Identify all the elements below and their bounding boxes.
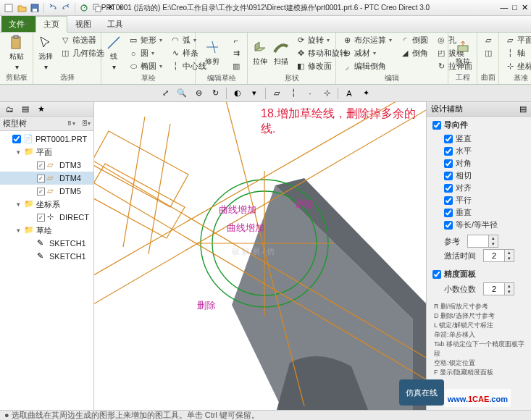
ellipse-button[interactable]: ⬭椭圆▾ [125, 60, 165, 72]
tree-checkbox[interactable]: ✓ [37, 175, 45, 182]
menu-bar: 文件 ▾ 主页 视图 工具 [0, 16, 531, 33]
geomfilter-button[interactable]: ◫几何筛选 [57, 47, 107, 59]
annotations-icon[interactable]: A [342, 86, 356, 101]
snap-vertical-checkbox[interactable] [444, 135, 453, 143]
select-button[interactable]: 选择▾ [36, 34, 55, 72]
spin-down-icon[interactable]: ▾ [489, 241, 498, 247]
tree-settings-icon[interactable]: 🎚▾ [67, 120, 75, 127]
decimals-spinner[interactable] [484, 285, 504, 293]
snap-tangent-checkbox[interactable] [444, 172, 453, 180]
refit-icon[interactable]: ⤢ [158, 86, 172, 101]
tree-show-icon[interactable]: 🗄▾ [82, 120, 91, 127]
datum-csys-icon[interactable]: ⊹ [319, 86, 334, 101]
csys-button[interactable]: ⊹坐标系 [502, 60, 531, 72]
tree-collapse-icon[interactable]: ▾ [14, 201, 22, 208]
maximize-icon[interactable]: □ [512, 3, 517, 12]
tab-home[interactable]: 主页 [35, 16, 67, 33]
open-icon[interactable] [16, 2, 28, 14]
surf2-button[interactable]: ◫ [480, 47, 496, 59]
active-time-spinner[interactable] [484, 251, 504, 260]
precision-checkbox[interactable] [432, 270, 441, 279]
move-icon: ✥ [296, 49, 306, 59]
graphics-canvas[interactable]: 破 解 易 / 仿 18.增加草绘线，删除掉多余的线. 曲线增加 曲线增加 删除… [94, 102, 426, 410]
save-icon[interactable] [29, 2, 41, 14]
layer-tab-icon[interactable]: ▤ [18, 102, 33, 117]
tree-collapse-icon[interactable]: ▾ [14, 227, 22, 234]
status-bar: ● 选取曲线在其周边生成的图形上来增加的图工具。单击 Ctrl 键可保留。 [0, 410, 531, 420]
datum-plane-icon[interactable]: ▱ [269, 86, 284, 101]
folder-icon: 📁 [24, 147, 34, 157]
tree-tab-icon[interactable]: 🗂 [2, 102, 17, 117]
axis-button[interactable]: ╎轴 [502, 47, 531, 59]
spin-up-icon[interactable]: ▴ [505, 250, 514, 256]
snap-horizontal-checkbox[interactable] [444, 147, 453, 156]
mirror-button[interactable]: ▥ [228, 60, 244, 72]
undo-icon[interactable] [47, 2, 59, 14]
tree-collapse-icon[interactable]: ▾ [14, 148, 22, 156]
fillet-button[interactable]: ◜倒圆 [397, 34, 431, 46]
circle-icon: ○ [128, 49, 138, 59]
sweep-button[interactable]: 扫描 [272, 34, 290, 72]
minimize-icon[interactable]: — [500, 3, 508, 12]
sketch-icon: ✎ [37, 251, 47, 261]
tree-checkbox[interactable]: ✓ [37, 188, 45, 196]
subtract-button[interactable]: ⊖减材▾ [339, 47, 395, 59]
csys-icon: ⊹ [505, 62, 515, 72]
datum-point-icon[interactable]: · [303, 86, 317, 101]
tab-tools[interactable]: 工具 [99, 16, 131, 32]
repaint-icon[interactable]: ↻ [208, 86, 222, 101]
svg-rect-0 [5, 4, 12, 12]
fav-tab-icon[interactable]: ★ [34, 102, 49, 117]
spin-center-icon[interactable]: ✦ [359, 86, 373, 101]
new-icon[interactable] [3, 2, 14, 14]
extrude-button[interactable]: 拉伸 [251, 34, 269, 72]
corner-button[interactable]: ⌐ [228, 34, 244, 46]
circle-button[interactable]: ○圆▾ [125, 47, 165, 59]
dispstyle-icon[interactable]: ◐ [230, 86, 245, 101]
tree-checkbox[interactable]: ✓ [37, 214, 45, 222]
surf2-icon: ◫ [483, 49, 493, 59]
spin-down-icon[interactable]: ▾ [505, 256, 514, 261]
zoomout-icon[interactable]: ⊖ [191, 86, 206, 101]
spin-up-icon[interactable]: ▴ [505, 283, 514, 289]
panel-title: 设计辅助 [431, 104, 463, 114]
tree-checkbox[interactable]: ✓ [37, 161, 45, 169]
snap-align-checkbox[interactable] [444, 184, 453, 193]
ribbon: 粘贴▾ 剪贴板 选择▾ ▽筛选器 ◫几何筛选 选择 线▾ ▭矩形▾ ○圆 [0, 33, 531, 85]
snap-parallel-checkbox[interactable] [444, 196, 453, 205]
panel-close-icon[interactable]: ▤ [519, 104, 527, 114]
spin-up-icon[interactable]: ▴ [489, 235, 498, 241]
zoomin-icon[interactable]: 🔍 [175, 86, 189, 101]
offset-button[interactable]: ⇉ [228, 47, 244, 59]
pull-button[interactable]: 拖拉 [451, 34, 474, 72]
datum-axis-icon[interactable]: ╎ [286, 86, 301, 101]
surf-icon: ▱ [483, 35, 493, 46]
snap-diagonal-checkbox[interactable] [444, 159, 453, 168]
cursor-icon [38, 35, 54, 50]
spin-down-icon[interactable]: ▾ [505, 289, 514, 295]
chamfer-button[interactable]: ◢倒角 [397, 47, 431, 59]
regen-icon[interactable] [78, 2, 90, 14]
boolean-button[interactable]: ⊕布尔运算▾ [339, 34, 395, 46]
snap-equal-checkbox[interactable] [444, 221, 453, 230]
ref-spinner[interactable] [468, 237, 488, 245]
model-tree[interactable]: 📄PRT0001.PRT ▾📁平面 ✓▱DTM3 ✓▱DTM4 ✓▱DTM5 ▾… [0, 131, 93, 410]
file-menu[interactable]: 文件 ▾ [1, 16, 35, 32]
tree-checkbox[interactable] [12, 135, 21, 143]
snap-master-checkbox[interactable] [432, 121, 441, 130]
savedviews-icon[interactable]: ▾ [247, 86, 262, 101]
paste-button[interactable]: 粘贴▾ [3, 34, 30, 72]
close-icon[interactable]: ✕ [522, 3, 528, 12]
line-button[interactable]: 线▾ [104, 34, 123, 72]
filter-button[interactable]: ▽筛选器 [57, 34, 107, 46]
redo-icon[interactable] [60, 2, 72, 14]
trim-button[interactable]: 修剪 [198, 34, 226, 72]
tab-view[interactable]: 视图 [67, 16, 99, 32]
editfillet-button[interactable]: ◞编辑倒角 [339, 60, 395, 72]
design-aid-panel: 设计辅助▤ 导向件 竖直 水平 对角 相切 对齐 平行 垂直 等长/等半径 参考… [426, 102, 531, 410]
surf1-button[interactable]: ▱ [480, 34, 496, 46]
snap-perp-checkbox[interactable] [444, 209, 453, 217]
plane-button[interactable]: ▱平面 [502, 34, 531, 46]
rect-button[interactable]: ▭矩形▾ [125, 34, 165, 46]
canvas-annotation: 18.增加草绘线，删除掉多余的线. [261, 106, 426, 137]
